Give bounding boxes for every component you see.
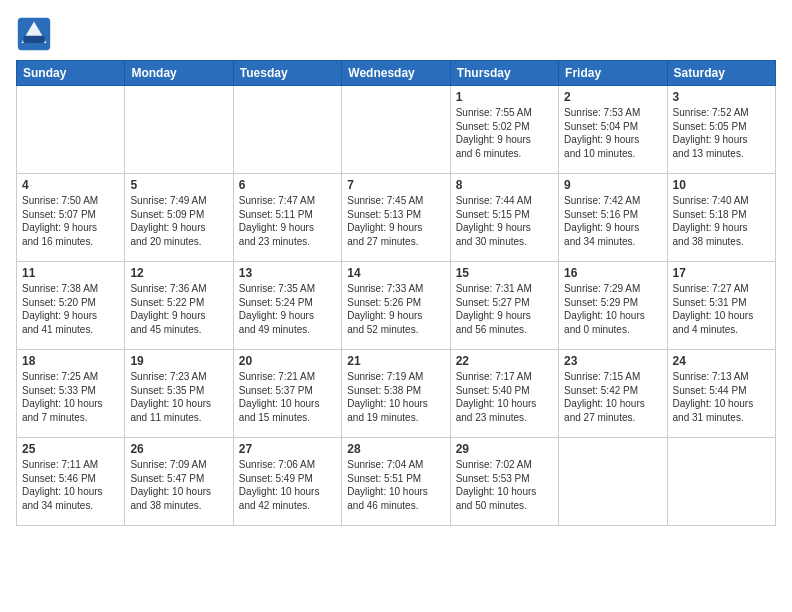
calendar-cell: 1Sunrise: 7:55 AM Sunset: 5:02 PM Daylig… [450, 86, 558, 174]
day-info: Sunrise: 7:49 AM Sunset: 5:09 PM Dayligh… [130, 194, 227, 248]
day-info: Sunrise: 7:25 AM Sunset: 5:33 PM Dayligh… [22, 370, 119, 424]
calendar-cell [559, 438, 667, 526]
day-info: Sunrise: 7:40 AM Sunset: 5:18 PM Dayligh… [673, 194, 770, 248]
day-info: Sunrise: 7:06 AM Sunset: 5:49 PM Dayligh… [239, 458, 336, 512]
calendar-cell [17, 86, 125, 174]
day-info: Sunrise: 7:29 AM Sunset: 5:29 PM Dayligh… [564, 282, 661, 336]
day-info: Sunrise: 7:33 AM Sunset: 5:26 PM Dayligh… [347, 282, 444, 336]
day-number: 10 [673, 178, 770, 192]
week-row-5: 25Sunrise: 7:11 AM Sunset: 5:46 PM Dayli… [17, 438, 776, 526]
calendar-cell: 12Sunrise: 7:36 AM Sunset: 5:22 PM Dayli… [125, 262, 233, 350]
day-info: Sunrise: 7:42 AM Sunset: 5:16 PM Dayligh… [564, 194, 661, 248]
day-info: Sunrise: 7:38 AM Sunset: 5:20 PM Dayligh… [22, 282, 119, 336]
day-info: Sunrise: 7:52 AM Sunset: 5:05 PM Dayligh… [673, 106, 770, 160]
week-row-4: 18Sunrise: 7:25 AM Sunset: 5:33 PM Dayli… [17, 350, 776, 438]
calendar-cell: 23Sunrise: 7:15 AM Sunset: 5:42 PM Dayli… [559, 350, 667, 438]
day-info: Sunrise: 7:36 AM Sunset: 5:22 PM Dayligh… [130, 282, 227, 336]
day-number: 27 [239, 442, 336, 456]
calendar-cell: 20Sunrise: 7:21 AM Sunset: 5:37 PM Dayli… [233, 350, 341, 438]
day-number: 20 [239, 354, 336, 368]
calendar-cell: 3Sunrise: 7:52 AM Sunset: 5:05 PM Daylig… [667, 86, 775, 174]
day-header-wednesday: Wednesday [342, 61, 450, 86]
day-number: 19 [130, 354, 227, 368]
calendar-cell: 15Sunrise: 7:31 AM Sunset: 5:27 PM Dayli… [450, 262, 558, 350]
calendar-cell: 4Sunrise: 7:50 AM Sunset: 5:07 PM Daylig… [17, 174, 125, 262]
day-number: 7 [347, 178, 444, 192]
day-number: 12 [130, 266, 227, 280]
day-header-monday: Monday [125, 61, 233, 86]
day-number: 15 [456, 266, 553, 280]
day-info: Sunrise: 7:02 AM Sunset: 5:53 PM Dayligh… [456, 458, 553, 512]
day-header-tuesday: Tuesday [233, 61, 341, 86]
day-info: Sunrise: 7:15 AM Sunset: 5:42 PM Dayligh… [564, 370, 661, 424]
day-info: Sunrise: 7:23 AM Sunset: 5:35 PM Dayligh… [130, 370, 227, 424]
calendar-cell: 22Sunrise: 7:17 AM Sunset: 5:40 PM Dayli… [450, 350, 558, 438]
svg-rect-2 [23, 36, 45, 43]
day-number: 13 [239, 266, 336, 280]
day-info: Sunrise: 7:17 AM Sunset: 5:40 PM Dayligh… [456, 370, 553, 424]
day-info: Sunrise: 7:45 AM Sunset: 5:13 PM Dayligh… [347, 194, 444, 248]
calendar-cell: 6Sunrise: 7:47 AM Sunset: 5:11 PM Daylig… [233, 174, 341, 262]
calendar-cell: 17Sunrise: 7:27 AM Sunset: 5:31 PM Dayli… [667, 262, 775, 350]
day-header-sunday: Sunday [17, 61, 125, 86]
day-number: 24 [673, 354, 770, 368]
calendar-cell: 25Sunrise: 7:11 AM Sunset: 5:46 PM Dayli… [17, 438, 125, 526]
day-header-saturday: Saturday [667, 61, 775, 86]
day-number: 25 [22, 442, 119, 456]
day-number: 8 [456, 178, 553, 192]
day-info: Sunrise: 7:31 AM Sunset: 5:27 PM Dayligh… [456, 282, 553, 336]
day-info: Sunrise: 7:04 AM Sunset: 5:51 PM Dayligh… [347, 458, 444, 512]
day-info: Sunrise: 7:11 AM Sunset: 5:46 PM Dayligh… [22, 458, 119, 512]
calendar-cell: 8Sunrise: 7:44 AM Sunset: 5:15 PM Daylig… [450, 174, 558, 262]
calendar-table: SundayMondayTuesdayWednesdayThursdayFrid… [16, 60, 776, 526]
day-number: 4 [22, 178, 119, 192]
day-number: 17 [673, 266, 770, 280]
calendar-cell: 2Sunrise: 7:53 AM Sunset: 5:04 PM Daylig… [559, 86, 667, 174]
day-info: Sunrise: 7:55 AM Sunset: 5:02 PM Dayligh… [456, 106, 553, 160]
week-row-1: 1Sunrise: 7:55 AM Sunset: 5:02 PM Daylig… [17, 86, 776, 174]
day-number: 3 [673, 90, 770, 104]
day-number: 23 [564, 354, 661, 368]
calendar-cell: 26Sunrise: 7:09 AM Sunset: 5:47 PM Dayli… [125, 438, 233, 526]
day-number: 5 [130, 178, 227, 192]
calendar-cell: 9Sunrise: 7:42 AM Sunset: 5:16 PM Daylig… [559, 174, 667, 262]
calendar-cell: 7Sunrise: 7:45 AM Sunset: 5:13 PM Daylig… [342, 174, 450, 262]
day-number: 14 [347, 266, 444, 280]
day-number: 21 [347, 354, 444, 368]
day-info: Sunrise: 7:50 AM Sunset: 5:07 PM Dayligh… [22, 194, 119, 248]
day-info: Sunrise: 7:44 AM Sunset: 5:15 PM Dayligh… [456, 194, 553, 248]
day-number: 26 [130, 442, 227, 456]
day-number: 2 [564, 90, 661, 104]
day-info: Sunrise: 7:09 AM Sunset: 5:47 PM Dayligh… [130, 458, 227, 512]
calendar-cell: 29Sunrise: 7:02 AM Sunset: 5:53 PM Dayli… [450, 438, 558, 526]
calendar-cell: 27Sunrise: 7:06 AM Sunset: 5:49 PM Dayli… [233, 438, 341, 526]
day-number: 9 [564, 178, 661, 192]
calendar-cell [125, 86, 233, 174]
day-header-friday: Friday [559, 61, 667, 86]
calendar-cell [667, 438, 775, 526]
calendar-cell: 28Sunrise: 7:04 AM Sunset: 5:51 PM Dayli… [342, 438, 450, 526]
calendar-cell: 19Sunrise: 7:23 AM Sunset: 5:35 PM Dayli… [125, 350, 233, 438]
calendar-cell: 24Sunrise: 7:13 AM Sunset: 5:44 PM Dayli… [667, 350, 775, 438]
page-header [16, 16, 776, 52]
day-info: Sunrise: 7:19 AM Sunset: 5:38 PM Dayligh… [347, 370, 444, 424]
calendar-cell: 10Sunrise: 7:40 AM Sunset: 5:18 PM Dayli… [667, 174, 775, 262]
calendar-cell: 21Sunrise: 7:19 AM Sunset: 5:38 PM Dayli… [342, 350, 450, 438]
day-info: Sunrise: 7:47 AM Sunset: 5:11 PM Dayligh… [239, 194, 336, 248]
week-row-3: 11Sunrise: 7:38 AM Sunset: 5:20 PM Dayli… [17, 262, 776, 350]
day-number: 29 [456, 442, 553, 456]
days-header-row: SundayMondayTuesdayWednesdayThursdayFrid… [17, 61, 776, 86]
day-number: 28 [347, 442, 444, 456]
week-row-2: 4Sunrise: 7:50 AM Sunset: 5:07 PM Daylig… [17, 174, 776, 262]
day-info: Sunrise: 7:53 AM Sunset: 5:04 PM Dayligh… [564, 106, 661, 160]
calendar-cell: 16Sunrise: 7:29 AM Sunset: 5:29 PM Dayli… [559, 262, 667, 350]
calendar-cell: 14Sunrise: 7:33 AM Sunset: 5:26 PM Dayli… [342, 262, 450, 350]
day-info: Sunrise: 7:13 AM Sunset: 5:44 PM Dayligh… [673, 370, 770, 424]
day-info: Sunrise: 7:21 AM Sunset: 5:37 PM Dayligh… [239, 370, 336, 424]
day-info: Sunrise: 7:35 AM Sunset: 5:24 PM Dayligh… [239, 282, 336, 336]
day-number: 22 [456, 354, 553, 368]
day-number: 6 [239, 178, 336, 192]
day-number: 1 [456, 90, 553, 104]
logo [16, 16, 56, 52]
day-info: Sunrise: 7:27 AM Sunset: 5:31 PM Dayligh… [673, 282, 770, 336]
